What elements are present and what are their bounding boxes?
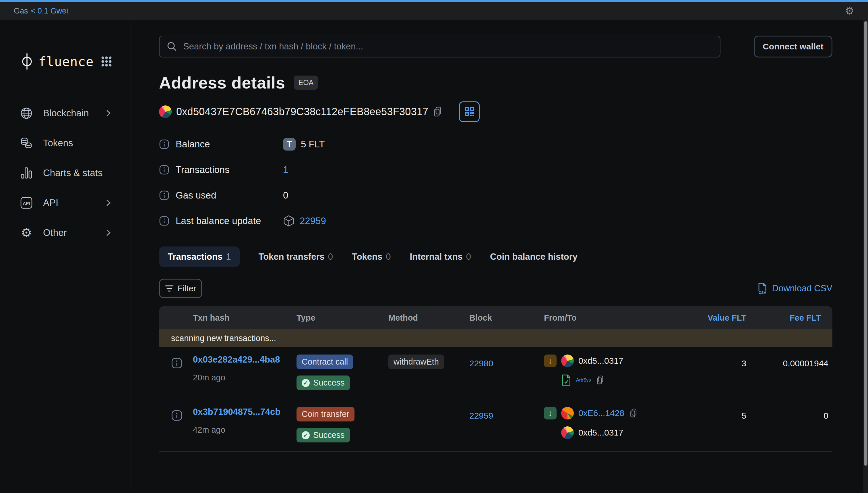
balance-label: Balance	[176, 139, 210, 150]
chevron-right-icon	[105, 229, 113, 237]
svg-text:API: API	[23, 201, 30, 206]
filter-button[interactable]: Filter	[159, 279, 202, 298]
sidebar-item-tokens[interactable]: Tokens	[0, 128, 131, 158]
col-value-sort[interactable]: Value FLT	[672, 313, 746, 323]
info-hint-icon[interactable]	[159, 216, 169, 226]
col-type: Type	[297, 313, 388, 323]
fluence-logo[interactable]: fluence	[20, 52, 94, 71]
info-row-balance: Balance T 5 FLT	[159, 135, 832, 153]
tab-internal-txns[interactable]: Internal txns 0	[410, 252, 471, 262]
from-address-link[interactable]: 0xE6...1428	[578, 408, 624, 418]
page-scrollbar[interactable]	[863, 20, 868, 493]
settings-gear-icon[interactable]: ⚙	[845, 6, 854, 16]
direction-out-icon: ↓	[544, 355, 556, 367]
info-hint-icon[interactable]	[159, 190, 169, 200]
download-csv-link[interactable]: CSV Download CSV	[757, 282, 832, 295]
tab-label: Internal txns	[410, 252, 463, 262]
search-bar	[159, 36, 721, 58]
sidebar-item-label: Tokens	[43, 137, 105, 149]
table-row: 0x3b71904875...74cb 42m ago Coin transfe…	[159, 399, 832, 452]
scrollbar-thumb[interactable]	[864, 21, 867, 466]
to-contract-link[interactable]: ArbSys	[576, 378, 591, 383]
sidebar-item-blockchain[interactable]: Blockchain	[0, 98, 131, 128]
tab-count: 0	[328, 252, 333, 262]
to-address: 0xd5...0317	[578, 428, 623, 437]
sidebar-item-charts-stats[interactable]: Charts & stats	[0, 158, 131, 188]
from-avatar	[561, 407, 574, 420]
filter-icon	[165, 285, 174, 292]
contract-icon	[561, 374, 571, 386]
tx-status-badge: ✓ Success	[297, 376, 350, 390]
api-icon: API	[20, 196, 33, 209]
sidebar-item-api[interactable]: API API	[0, 188, 131, 218]
txn-age: 42m ago	[193, 425, 297, 435]
search-input[interactable]	[183, 41, 713, 52]
balance-value: 5 FLT	[301, 139, 325, 150]
qr-code-button[interactable]	[459, 102, 480, 122]
block-link[interactable]: 22980	[469, 359, 493, 368]
tx-info-icon[interactable]	[171, 410, 183, 421]
info-hint-icon[interactable]	[159, 139, 169, 149]
copy-from-address-icon[interactable]	[630, 408, 638, 418]
filter-label: Filter	[178, 284, 196, 293]
from-avatar	[561, 355, 574, 367]
address-avatar	[159, 105, 172, 118]
table-header: Txn hash Type Method Block From/To Value…	[159, 306, 832, 329]
tx-status-badge: ✓ Success	[297, 428, 350, 443]
success-check-icon: ✓	[302, 431, 310, 439]
txn-hash-link[interactable]: 0x3b71904875...74cb	[193, 407, 297, 417]
search-icon	[166, 41, 177, 52]
sidebar-item-other[interactable]: ⚙ Other	[0, 218, 131, 248]
connect-wallet-button[interactable]: Connect wallet	[754, 36, 832, 58]
gas-used-value: 0	[283, 190, 288, 201]
transactions-label: Transactions	[176, 164, 230, 175]
tab-label: Tokens	[352, 252, 382, 262]
phi-logo-icon	[20, 52, 34, 71]
tab-tokens[interactable]: Tokens 0	[352, 252, 391, 262]
direction-in-icon: ↓	[544, 407, 556, 420]
copy-address-icon[interactable]	[433, 106, 443, 117]
chevron-right-icon	[105, 198, 113, 207]
info-row-gas-used: Gas used 0	[159, 187, 832, 204]
transactions-count-link[interactable]: 1	[283, 164, 288, 175]
address-type-badge: EOA	[294, 76, 318, 90]
sidebar-nav: Blockchain Tokens	[0, 98, 131, 248]
tx-info-icon[interactable]	[171, 358, 183, 369]
page-title: Address details	[159, 73, 285, 92]
sidebar-item-label: API	[43, 197, 105, 208]
last-balance-update-block-link[interactable]: 22959	[300, 215, 326, 227]
to-avatar	[561, 426, 574, 439]
logo-text: fluence	[39, 54, 94, 69]
tab-count: 0	[386, 252, 391, 262]
info-row-transactions: Transactions 1	[159, 161, 832, 179]
address-hash: 0xd50437E7CB67463b79C38c112eFEB8ee53F303…	[176, 106, 429, 118]
scanning-banner: scanning new transactions...	[159, 329, 832, 347]
tab-label: Token transfers	[259, 252, 325, 262]
tab-transactions[interactable]: Transactions 1	[159, 246, 240, 267]
coins-icon	[20, 137, 33, 149]
transactions-table: Txn hash Type Method Block From/To Value…	[159, 306, 832, 452]
sidebar-item-label: Other	[43, 227, 105, 238]
from-address: 0xd5...0317	[578, 356, 623, 366]
sidebar: fluence Blockchain	[0, 20, 131, 493]
txn-hash-link[interactable]: 0x03e282a429...4ba8	[193, 355, 297, 365]
tab-token-transfers[interactable]: Token transfers 0	[259, 252, 333, 262]
success-check-icon: ✓	[302, 379, 310, 387]
info-hint-icon[interactable]	[159, 165, 169, 175]
col-fee-sort[interactable]: Fee FLT	[746, 313, 832, 323]
tab-label: Transactions	[168, 252, 223, 262]
table-row: 0x03e282a429...4ba8 20m ago Contract cal…	[159, 347, 832, 399]
tx-value: 5	[672, 407, 746, 443]
col-block: Block	[469, 313, 544, 323]
block-link[interactable]: 22959	[469, 411, 493, 420]
gas-tracker[interactable]: Gas < 0.1 Gwei	[14, 7, 68, 16]
apps-grid-icon[interactable]	[101, 56, 112, 67]
copy-to-address-icon[interactable]	[596, 375, 605, 385]
tab-label: Coin balance history	[490, 252, 577, 262]
col-txn-hash: Txn hash	[193, 313, 297, 323]
topbar: Gas < 0.1 Gwei ⚙	[0, 2, 868, 20]
gas-label: Gas	[14, 7, 28, 16]
tab-coin-balance-history[interactable]: Coin balance history	[490, 252, 577, 262]
gear-icon: ⚙	[20, 227, 33, 239]
qr-code-icon	[463, 106, 475, 117]
